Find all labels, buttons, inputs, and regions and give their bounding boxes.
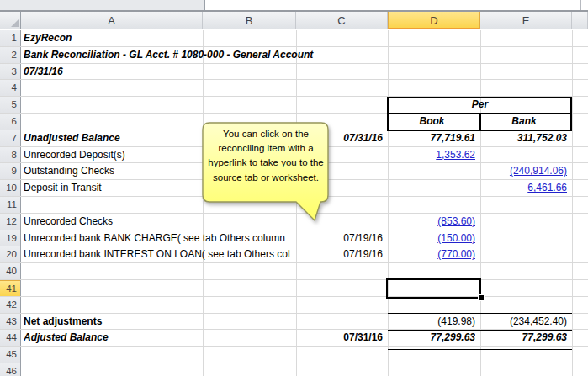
cell-D44: 77,299.63: [389, 330, 475, 347]
column-header-row: ABCDE: [0, 12, 588, 30]
name-box-area: [0, 0, 205, 10]
cell-E6: Bank: [481, 114, 567, 130]
cell-C44: 07/31/16: [297, 330, 383, 347]
formula-bar-strip: [0, 0, 588, 12]
cell-A19: Unrecorded bank BANK CHARGE( see tab Oth…: [24, 230, 294, 247]
cell-A12: Unrecorded Checks: [24, 214, 381, 230]
fill-handle[interactable]: [478, 294, 485, 301]
cell-E9[interactable]: (240,914.06): [481, 163, 567, 180]
cell-E7: 311,752.03: [481, 130, 567, 147]
cell-D19[interactable]: (150.00): [389, 230, 475, 247]
cell-A10: Deposit in Transit: [24, 180, 381, 197]
cell-E44: 77,299.63: [481, 330, 567, 347]
callout-text: You can click on the reconciling item wi…: [207, 127, 325, 185]
column-header-f-partial[interactable]: [572, 12, 588, 29]
cell-A2: Bank Reconciliation - GL Acct. # 1080-00…: [24, 47, 381, 64]
column-header-E[interactable]: E: [480, 12, 572, 29]
sheet-grid[interactable]: EzyReconBank Reconciliation - GL Acct. #…: [0, 30, 588, 376]
cell-E10[interactable]: 6,461.66: [481, 180, 567, 197]
cell-D6: Book: [389, 114, 475, 130]
cell-C19: 07/19/16: [297, 230, 383, 247]
cell-D20[interactable]: (770.00): [389, 246, 475, 263]
cell-A1: EzyRecon: [24, 30, 381, 47]
formula-bar-divider: [580, 0, 581, 10]
excel-worksheet: ABCDE 123456789101112192040414243444546 …: [0, 0, 588, 376]
column-header-D[interactable]: D: [388, 12, 480, 29]
cell-A8: Unrecorded Deposit(s): [24, 147, 381, 164]
cell-A3: 07/31/16: [24, 64, 381, 81]
cell-D5-E5: Per: [388, 97, 572, 114]
cell-E43: (234,452.40): [481, 314, 567, 331]
cell-D12[interactable]: (853.60): [389, 214, 475, 230]
cell-A43: Net adjustments: [24, 314, 381, 331]
cell-A20: Unrecorded bank INTEREST ON LOAN( see ta…: [24, 246, 294, 263]
cell-D7: 77,719.61: [389, 130, 475, 147]
active-cell-selection[interactable]: [386, 278, 481, 299]
gridline-col-e-f: [572, 30, 573, 376]
cell-C20: 07/19/16: [297, 246, 383, 263]
cell-D43: (419.98): [389, 314, 475, 331]
column-header-C[interactable]: C: [296, 12, 388, 29]
column-header-A[interactable]: A: [21, 12, 203, 29]
select-all-corner[interactable]: [0, 12, 21, 29]
cell-D8[interactable]: 1,353.62: [389, 147, 475, 164]
select-all-triangle-icon: [11, 19, 19, 27]
cell-A9: Outstanding Checks: [24, 163, 381, 180]
column-header-B[interactable]: B: [203, 12, 296, 29]
